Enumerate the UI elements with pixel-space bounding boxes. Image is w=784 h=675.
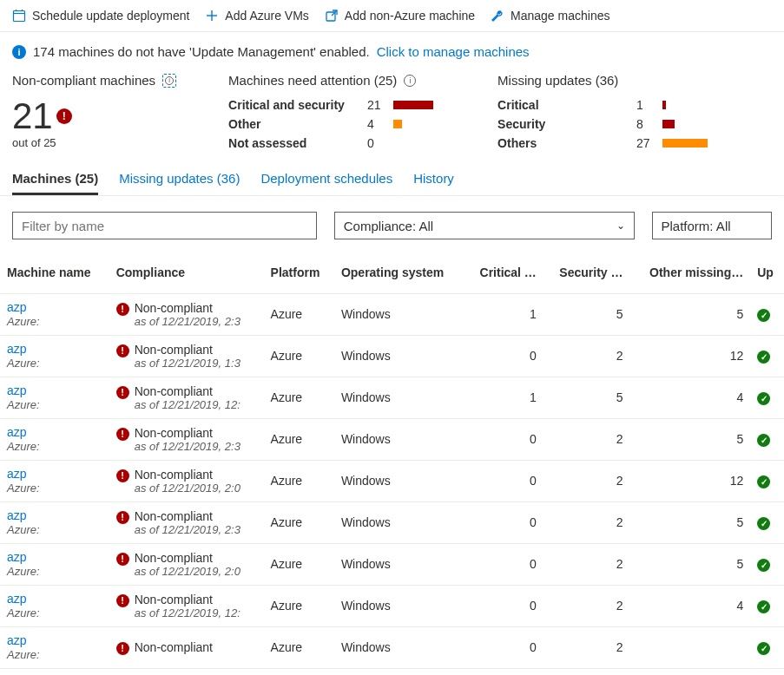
machine-link[interactable]: azp: [7, 550, 102, 564]
platform-cell: Azure: [264, 377, 334, 418]
error-icon: !: [116, 428, 129, 441]
critical-cell: 0: [464, 585, 544, 626]
security-cell: 2: [544, 626, 630, 668]
error-icon: !: [116, 344, 129, 357]
manage-machines-button[interactable]: Manage machines: [491, 9, 609, 23]
machine-link[interactable]: azp: [7, 300, 102, 314]
platform-cell: Azure: [264, 460, 334, 501]
stat-value: 4: [367, 117, 393, 131]
critical-cell: 1: [464, 377, 544, 418]
other-cell: 4: [629, 585, 750, 626]
col-header[interactable]: Security …: [544, 252, 630, 293]
check-icon: ✓: [757, 559, 770, 572]
compliance-status: Non-compliant: [135, 509, 240, 523]
compliance-value: Compliance: All: [344, 219, 433, 233]
stat-label: Others: [497, 136, 636, 150]
machine-link[interactable]: azp: [7, 342, 102, 356]
compliance-status: Non-compliant: [135, 343, 240, 357]
info-icon[interactable]: i: [404, 75, 416, 87]
compliance-status: Non-compliant: [135, 640, 213, 654]
compliance-status: Non-compliant: [135, 426, 240, 440]
machine-link[interactable]: azp: [7, 425, 102, 439]
stat-value: 0: [367, 136, 393, 150]
other-cell: 4: [629, 377, 750, 418]
compliance-time: as of 12/21/2019, 12:: [135, 398, 240, 411]
tab-machines-[interactable]: Machines (25): [12, 171, 98, 195]
compliance-time: as of 12/21/2019, 2:0: [135, 482, 240, 495]
stat-label: Critical and security: [228, 98, 367, 112]
compliance-time: as of 12/21/2019, 2:3: [135, 315, 240, 328]
security-cell: 5: [544, 293, 630, 335]
platform-cell: Azure: [264, 585, 334, 626]
platform-value: Platform: All: [662, 219, 731, 233]
error-icon: !: [116, 303, 129, 316]
table-row: azpAzure:!Non-compliantas of 12/21/2019,…: [0, 335, 784, 377]
add-azure-vms-button[interactable]: Add Azure VMs: [205, 9, 309, 23]
stat-label: Security: [497, 117, 636, 131]
error-icon: !: [116, 386, 129, 399]
table-row: azpAzure:!Non-compliantas of 12/21/2019,…: [0, 585, 784, 626]
error-icon: !: [116, 553, 129, 566]
col-header[interactable]: Critical …: [464, 252, 544, 293]
error-icon: !: [116, 469, 129, 482]
compliance-status: Non-compliant: [135, 384, 240, 398]
machine-link[interactable]: azp: [7, 508, 102, 522]
machine-link[interactable]: azp: [7, 383, 102, 397]
tab-history[interactable]: History: [413, 171, 454, 195]
col-header[interactable]: Machine name: [0, 252, 109, 293]
os-cell: Windows: [334, 293, 464, 335]
os-cell: Windows: [334, 377, 464, 418]
tab-deployment-schedules[interactable]: Deployment schedules: [260, 171, 392, 195]
col-header[interactable]: Operating system: [334, 252, 464, 293]
table-row: azpAzure:!Non-compliantas of 12/21/2019,…: [0, 377, 784, 418]
stat-bar: [662, 101, 715, 109]
os-cell: Windows: [334, 626, 464, 668]
machine-sub: Azure:: [7, 357, 40, 370]
compliance-time: as of 12/21/2019, 2:3: [135, 440, 240, 453]
tab-missing-updates-[interactable]: Missing updates (36): [119, 171, 240, 195]
machine-sub: Azure:: [7, 606, 40, 619]
critical-cell: 0: [464, 543, 544, 585]
critical-cell: 1: [464, 293, 544, 335]
check-icon: ✓: [757, 434, 770, 447]
calendar-icon: [12, 9, 26, 23]
check-icon: ✓: [757, 351, 770, 364]
machine-link[interactable]: azp: [7, 592, 102, 606]
col-header[interactable]: Compliance: [109, 252, 264, 293]
platform-select[interactable]: Platform: All: [652, 212, 772, 239]
machine-link[interactable]: azp: [7, 633, 102, 647]
security-cell: 2: [544, 335, 630, 377]
security-cell: 2: [544, 585, 630, 626]
os-cell: Windows: [334, 543, 464, 585]
add-non-azure-button[interactable]: Add non-Azure machine: [325, 9, 475, 23]
info-icon[interactable]: i: [162, 74, 176, 88]
table-row: azpAzure:!Non-compliantAzureWindows02✓: [0, 626, 784, 668]
os-cell: Windows: [334, 501, 464, 543]
schedule-update-button[interactable]: Schedule update deployment: [12, 9, 189, 23]
error-icon: !: [116, 642, 129, 655]
check-icon: ✓: [757, 475, 770, 488]
stat-bar: [393, 120, 445, 128]
col-header[interactable]: Up: [750, 252, 784, 293]
compliance-time: as of 12/21/2019, 1:3: [135, 357, 240, 370]
table-row: azpAzure:!Non-compliantas of 12/21/2019,…: [0, 293, 784, 335]
platform-cell: Azure: [264, 335, 334, 377]
compliance-select[interactable]: Compliance: All ⌄: [334, 212, 635, 239]
manage-machines-link[interactable]: Click to manage machines: [377, 44, 530, 59]
filter-name-input[interactable]: [12, 212, 317, 239]
check-icon: ✓: [757, 600, 770, 613]
compliance-status: Non-compliant: [135, 468, 240, 482]
col-header[interactable]: Platform: [264, 252, 334, 293]
svg-line-7: [332, 10, 337, 16]
compliance-time: as of 12/21/2019, 2:3: [135, 523, 240, 536]
table-row: azpAzure:!Non-compliantas of 12/21/2019,…: [0, 501, 784, 543]
noncompliant-count: 21: [12, 98, 53, 134]
machine-link[interactable]: azp: [7, 467, 102, 481]
critical-cell: 0: [464, 335, 544, 377]
col-header[interactable]: Other missing…: [629, 252, 750, 293]
critical-cell: 0: [464, 418, 544, 460]
machine-sub: Azure:: [7, 440, 40, 453]
security-cell: 2: [544, 543, 630, 585]
toolbar-label: Schedule update deployment: [32, 9, 189, 23]
security-cell: 2: [544, 460, 630, 501]
